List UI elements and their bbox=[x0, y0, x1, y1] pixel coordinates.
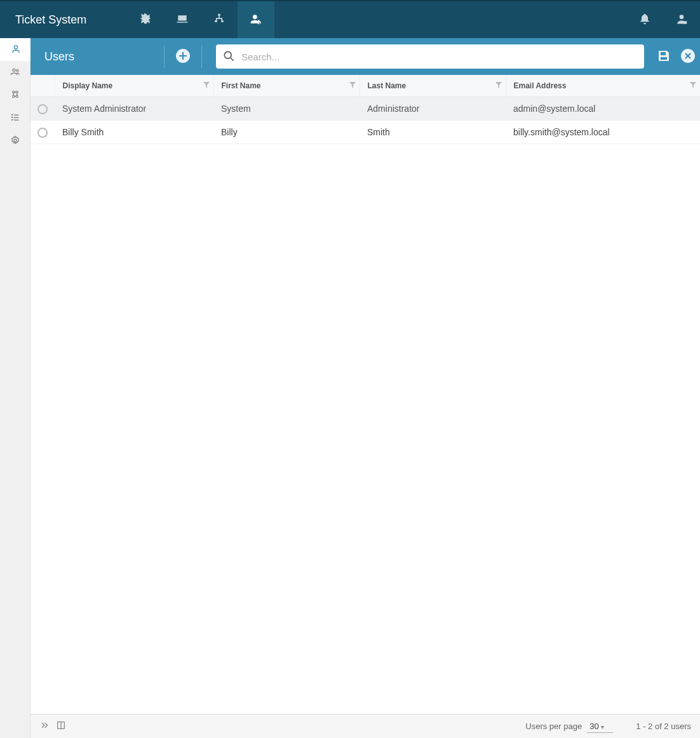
gear-icon bbox=[10, 135, 20, 147]
search-input[interactable] bbox=[241, 51, 638, 62]
nav-tickets[interactable] bbox=[127, 1, 164, 38]
cancel-button[interactable] bbox=[676, 44, 700, 69]
svg-point-5 bbox=[16, 91, 18, 93]
sidebar-item-org[interactable] bbox=[0, 84, 30, 107]
svg-point-1 bbox=[14, 45, 17, 48]
column-first-name[interactable]: First Name bbox=[213, 75, 360, 97]
laptop-icon bbox=[176, 13, 189, 27]
per-page-label: Users per page bbox=[525, 721, 582, 731]
cell-first-name: System bbox=[213, 97, 360, 121]
search-box[interactable] bbox=[216, 44, 644, 69]
table-row[interactable]: Billy Smith Billy Smith billy.smith@syst… bbox=[30, 121, 700, 144]
column-email[interactable]: Email Address bbox=[506, 75, 700, 97]
cell-email: admin@system.local bbox=[506, 97, 700, 121]
close-circle-icon bbox=[680, 48, 696, 65]
table-row[interactable]: System Administrator System Administrato… bbox=[30, 97, 700, 121]
sitemap-icon bbox=[213, 13, 225, 27]
columns-icon bbox=[56, 723, 66, 732]
pagination-range: 1 - 2 of 2 users bbox=[636, 721, 691, 731]
chevrons-right-icon bbox=[39, 723, 50, 732]
column-select bbox=[30, 75, 55, 97]
column-display-name[interactable]: Display Name bbox=[55, 75, 213, 97]
sidebar-item-groups[interactable] bbox=[0, 61, 30, 84]
org-icon bbox=[10, 90, 20, 102]
columns-button[interactable] bbox=[56, 720, 66, 732]
svg-point-2 bbox=[13, 69, 15, 71]
page-title: Users bbox=[44, 50, 158, 64]
divider bbox=[201, 45, 202, 68]
page-footer: Users per page 30 ▾ 1 - 2 of 2 users bbox=[30, 714, 700, 738]
cell-last-name: Administrator bbox=[360, 97, 506, 121]
top-nav-tabs bbox=[127, 1, 274, 38]
nav-admin-users[interactable] bbox=[238, 1, 274, 38]
chevron-down-icon: ▾ bbox=[601, 723, 604, 730]
nav-network[interactable] bbox=[201, 1, 238, 38]
sidebar-item-settings[interactable] bbox=[0, 130, 30, 152]
top-nav: Ticket System bbox=[0, 1, 700, 38]
column-label: First Name bbox=[222, 81, 261, 90]
search-container bbox=[216, 44, 644, 69]
per-page-control: Users per page 30 ▾ bbox=[525, 720, 613, 733]
column-label: Email Address bbox=[514, 81, 567, 90]
user-icon bbox=[11, 44, 21, 56]
users-table-container: Display Name First Name Last Name E bbox=[30, 75, 700, 714]
cell-email: billy.smith@system.local bbox=[506, 121, 700, 144]
filter-icon[interactable] bbox=[495, 81, 502, 90]
plus-circle-icon bbox=[175, 48, 191, 65]
filter-icon[interactable] bbox=[203, 81, 210, 90]
bell-icon bbox=[638, 13, 651, 27]
account-button[interactable] bbox=[663, 1, 700, 38]
per-page-value: 30 bbox=[589, 721, 598, 731]
nav-devices[interactable] bbox=[164, 1, 201, 38]
save-button[interactable] bbox=[652, 44, 676, 69]
cell-last-name: Smith bbox=[360, 121, 506, 144]
svg-point-3 bbox=[16, 69, 18, 71]
user-cog-icon bbox=[250, 13, 262, 27]
svg-point-10 bbox=[224, 51, 231, 58]
cell-display-name: Billy Smith bbox=[55, 121, 213, 144]
cell-first-name: Billy bbox=[213, 121, 360, 144]
save-icon bbox=[656, 48, 671, 65]
svg-point-4 bbox=[12, 91, 14, 93]
row-select-radio[interactable] bbox=[37, 128, 48, 138]
column-label: Last Name bbox=[368, 81, 407, 90]
notifications-button[interactable] bbox=[626, 1, 663, 38]
cell-display-name: System Administrator bbox=[55, 97, 213, 121]
page-header: Users bbox=[30, 38, 700, 75]
row-select-radio[interactable] bbox=[37, 104, 48, 114]
users-table: Display Name First Name Last Name E bbox=[30, 75, 700, 144]
sidebar-item-users[interactable] bbox=[0, 38, 30, 61]
svg-point-7 bbox=[16, 95, 18, 97]
sidebar bbox=[0, 38, 30, 738]
per-page-select[interactable]: 30 ▾ bbox=[587, 720, 613, 733]
user-card-icon bbox=[675, 13, 688, 27]
search-icon bbox=[222, 50, 241, 64]
column-last-name[interactable]: Last Name bbox=[360, 75, 506, 97]
expand-sidebar-button[interactable] bbox=[39, 720, 50, 732]
list-check-icon bbox=[10, 112, 20, 124]
add-user-button[interactable] bbox=[171, 44, 195, 69]
app-title: Ticket System bbox=[0, 13, 127, 27]
filter-icon[interactable] bbox=[349, 81, 356, 90]
sidebar-item-tasks[interactable] bbox=[0, 107, 30, 130]
column-label: Display Name bbox=[63, 81, 113, 90]
bug-icon bbox=[139, 13, 152, 27]
users-icon bbox=[10, 67, 20, 79]
svg-point-8 bbox=[14, 139, 17, 142]
divider bbox=[164, 45, 165, 68]
svg-rect-0 bbox=[683, 21, 687, 23]
filter-icon[interactable] bbox=[690, 81, 696, 90]
svg-point-6 bbox=[12, 95, 14, 97]
